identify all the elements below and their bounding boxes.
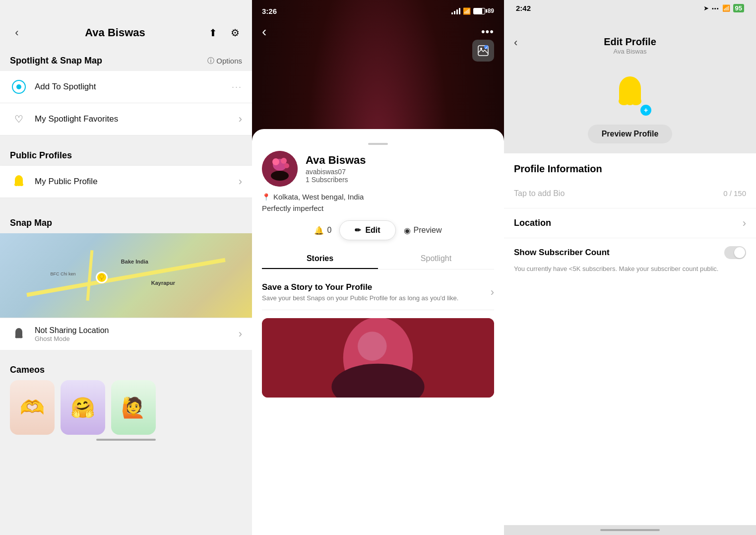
cameo-figure-2: 🤗	[70, 396, 95, 419]
edit-button[interactable]: ✏ Edit	[339, 220, 395, 240]
cameo-figure-1: 🫶	[20, 396, 45, 419]
panel2-back-button[interactable]	[262, 24, 266, 40]
preview-profile-button[interactable]: Preview Profile	[588, 125, 673, 143]
not-sharing-location-item[interactable]: Not Sharing Location Ghost Mode	[0, 318, 252, 350]
map-label-bake: Bake India	[121, 259, 148, 265]
location-row[interactable]: Location	[504, 208, 756, 238]
edit-profile-avatar[interactable]: +	[608, 72, 652, 117]
signal-dots-icon: •••	[712, 5, 719, 11]
upload-icon: ⬆	[209, 27, 217, 39]
ghost-mode-label: Ghost Mode	[35, 335, 239, 342]
panel3-subtitle: Ava Biswas	[604, 48, 656, 55]
profile-avatar[interactable]	[262, 151, 298, 187]
panel-edit-profile: 2:42 ➤ ••• 📶 95 ‹ Edit Profile Ava Biswa…	[504, 0, 756, 535]
cameo-item-2[interactable]: 🤗	[61, 380, 105, 435]
profile-username: avabiswas07	[306, 168, 494, 176]
heart-icon	[10, 110, 28, 128]
battery-icon	[473, 8, 485, 14]
plus-icon: +	[644, 106, 648, 114]
spotlight-favorites-item[interactable]: My Spotlight Favorites	[0, 103, 252, 135]
subscriber-desc: You currently have <5K subscribers. Make…	[504, 263, 756, 280]
tab-spotlight[interactable]: Spotlight	[378, 249, 494, 269]
panel2-more-button[interactable]: •••	[481, 25, 494, 38]
add-photo-badge[interactable]: +	[639, 104, 652, 117]
panel3-content: Profile Information Tap to add Bio 0 / 1…	[504, 153, 756, 525]
save-story-promo[interactable]: Save a Story to Your Profile Save your b…	[262, 277, 494, 310]
panel3-time: 2:42	[516, 4, 531, 12]
arrow-icon: ➤	[703, 4, 709, 12]
panel2-card: Ava Biswas avabiswas07 1 Subscribers 📍 K…	[252, 129, 504, 535]
back-button[interactable]: ‹	[10, 26, 24, 40]
profile-preview-image[interactable]	[262, 318, 494, 398]
panel1-header: ‹ Ava Biswas ⬆ ⚙	[0, 0, 252, 47]
svg-point-5	[100, 274, 104, 278]
profile-info-text: Ava Biswas avabiswas07 1 Subscribers	[306, 154, 494, 184]
info-icon: ⓘ	[207, 57, 214, 66]
notif-count: 0	[327, 226, 331, 235]
cameos-title: Cameos	[10, 365, 45, 375]
svg-point-29	[630, 97, 641, 105]
spotlight-section-title: Spotlight & Snap Map	[10, 56, 102, 66]
panel1-header-icons: ⬆ ⚙	[206, 26, 242, 40]
cameo-item-3[interactable]: 🙋	[111, 380, 156, 435]
save-story-desc: Save your best Snaps on your Public Prof…	[262, 294, 458, 302]
subscriber-toggle[interactable]	[724, 246, 746, 259]
story-promo-text: Save a Story to Your Profile Save your b…	[262, 282, 458, 302]
panel3-back-button[interactable]: ‹	[514, 36, 517, 49]
public-profiles-title: Public Profiles	[10, 150, 72, 161]
save-story-title: Save a Story to Your Profile	[262, 282, 458, 292]
back-arrow-icon	[262, 29, 266, 38]
location-chevron-icon	[743, 217, 746, 230]
add-to-spotlight-item[interactable]: Add To Spotlight ···	[0, 71, 252, 103]
options-button[interactable]: ⓘ Options	[207, 57, 242, 66]
battery-level: 95	[733, 4, 744, 12]
not-sharing-label: Not Sharing Location	[35, 326, 239, 335]
panel1-title: Ava Biswas	[85, 26, 145, 39]
profile-ghost-icon	[10, 173, 28, 191]
panel2-status-icons: 📶 89	[451, 7, 494, 15]
notification-block: 🔔 0	[314, 226, 331, 235]
panel-public-profile: 3:26 📶 89 •••	[252, 0, 504, 535]
bio-placeholder: Tap to add Bio	[514, 189, 723, 198]
svg-text:✓: ✓	[485, 46, 488, 50]
wifi-icon: 📶	[722, 4, 730, 12]
profile-tabs: Stories Spotlight	[262, 249, 494, 269]
battery-percent: 89	[488, 7, 494, 14]
cameo-figure-3: 🙋	[121, 396, 146, 419]
more-dots-icon: ···	[232, 82, 242, 92]
snap-map-thumbnail[interactable]: Bake India Kayrapur BFC Chi ken	[0, 233, 252, 318]
spotlight-section-header: Spotlight & Snap Map ⓘ Options	[0, 47, 252, 71]
home-indicator-2	[252, 525, 504, 535]
bell-icon: 🔔	[314, 226, 324, 235]
my-public-profile-label: My Public Profile	[35, 177, 239, 187]
preview-image-content	[262, 318, 494, 398]
panel2-float-btn[interactable]: ✓	[472, 40, 494, 62]
panel3-header: ‹ Edit Profile Ava Biswas	[504, 12, 756, 60]
avatar-body: +	[608, 72, 652, 117]
avatar-image	[262, 151, 298, 187]
profile-bio: Perfectly imperfect	[262, 204, 494, 212]
chevron-right-icon	[239, 113, 242, 126]
subscriber-count-row: Show Subscriber Count	[504, 238, 756, 263]
preview-label: Preview	[414, 226, 442, 235]
cameo-item-1[interactable]: 🫶	[10, 380, 55, 435]
tab-stories[interactable]: Stories	[262, 249, 378, 269]
panel3-status-icons: ➤ ••• 📶 95	[703, 4, 744, 12]
location-text: Kolkata, West bengal, India	[273, 193, 364, 201]
bio-row[interactable]: Tap to add Bio 0 / 150	[504, 179, 756, 208]
wifi-icon: 📶	[463, 7, 471, 15]
preview-button[interactable]: ◉ Preview	[404, 226, 442, 235]
subscriber-toggle-row: Show Subscriber Count	[514, 246, 746, 259]
location-chevron-icon	[239, 328, 242, 340]
show-subscriber-title: Show Subscriber Count	[514, 248, 724, 258]
pencil-icon: ✏	[355, 226, 361, 235]
bio-char-count: 0 / 150	[723, 189, 746, 198]
profile-name: Ava Biswas	[306, 154, 494, 167]
panel3-status-bar: 2:42 ➤ ••• 📶 95	[504, 0, 756, 12]
home-indicator-3	[504, 525, 756, 535]
upload-button[interactable]: ⬆	[206, 26, 220, 40]
my-public-profile-item[interactable]: My Public Profile	[0, 166, 252, 198]
settings-button[interactable]: ⚙	[228, 26, 242, 40]
location-text-group: Not Sharing Location Ghost Mode	[35, 326, 239, 342]
panel3-avatar-section: + Preview Profile	[504, 60, 756, 153]
